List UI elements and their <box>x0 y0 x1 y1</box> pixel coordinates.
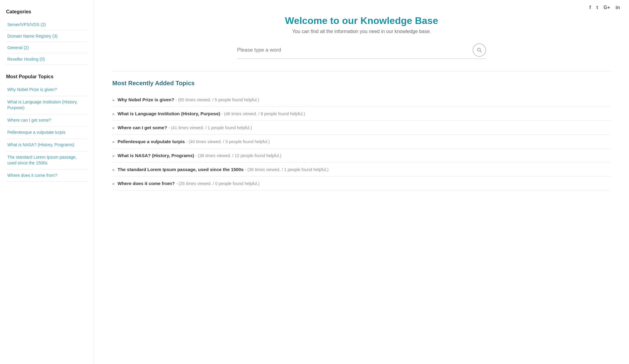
kb-header: Welcome to our Knowledge Base You can fi… <box>112 15 611 34</box>
list-item: Domain Name Registry (3) <box>6 30 88 42</box>
list-item: Reseller Hosting (0) <box>6 53 88 65</box>
popular-topic-link-4[interactable]: What is NASA? (History, Programs) <box>7 142 74 147</box>
search-button[interactable] <box>473 43 486 57</box>
list-item: Pellentesque a vulputate turpis <box>6 126 88 139</box>
chevron-right-icon: » <box>112 98 114 102</box>
popular-topic-link-1[interactable]: What is Language Institution (History, P… <box>7 99 78 110</box>
popular-topic-link-2[interactable]: Where can I get some? <box>7 118 51 123</box>
chevron-right-icon: » <box>112 140 114 144</box>
section-divider <box>112 71 611 71</box>
topic-content: Pellentesque a vulputate turpis - (40 ti… <box>117 139 270 144</box>
categories-list: Server/VPS/VDS (2) Domain Name Registry … <box>6 19 88 65</box>
topic-link-6[interactable]: Where does it come from? <box>117 181 175 186</box>
search-input[interactable] <box>237 46 473 54</box>
table-row: » Where can I get some? - (41 times view… <box>112 121 611 135</box>
topic-list: » Why Nobel Prize is given? - (65 times … <box>112 93 611 190</box>
list-item: General (2) <box>6 42 88 53</box>
list-item: Where can I get some? <box>6 114 88 127</box>
list-item: Why Nobel Prize is given? <box>6 84 88 96</box>
page-title: Welcome to our Knowledge Base <box>112 15 611 26</box>
topic-content: Where can I get some? - (41 times viewed… <box>117 125 252 130</box>
topic-link-2[interactable]: Where can I get some? <box>117 125 167 130</box>
topic-content: What is Language Institution (History, P… <box>117 111 305 116</box>
topic-link-0[interactable]: Why Nobel Prize is given? <box>117 97 174 102</box>
topic-content: What is NASA? (History, Programs) - (36 … <box>117 153 281 158</box>
chevron-right-icon: » <box>112 153 114 158</box>
svg-line-1 <box>480 51 482 52</box>
topic-content: Why Nobel Prize is given? - (65 times vi… <box>117 97 259 102</box>
table-row: » The standard Lorem Ipsum passage, used… <box>112 163 611 177</box>
main-content: f t G+ in Welcome to our Knowledge Base … <box>94 0 629 364</box>
sidebar: Categories Server/VPS/VDS (2) Domain Nam… <box>0 0 94 364</box>
chevron-right-icon: » <box>112 112 114 116</box>
search-container <box>237 43 486 59</box>
category-link-reseller[interactable]: Reseller Hosting (0) <box>7 57 45 62</box>
categories-title: Categories <box>6 9 88 15</box>
category-link-server[interactable]: Server/VPS/VDS (2) <box>7 22 46 27</box>
topic-meta-4: - (36 times viewed. / 12 people found he… <box>195 153 281 158</box>
topic-content: Where does it come from? - (35 times vie… <box>117 181 260 186</box>
page-subtitle: You can find all the information you nee… <box>112 29 611 34</box>
linkedin-icon[interactable]: in <box>616 5 620 10</box>
category-link-domain[interactable]: Domain Name Registry (3) <box>7 34 58 39</box>
chevron-right-icon: » <box>112 181 114 186</box>
svg-point-0 <box>478 48 481 51</box>
category-link-general[interactable]: General (2) <box>7 45 29 50</box>
topic-meta-5: - (36 times viewed. / 1 people found hel… <box>245 167 329 172</box>
table-row: » What is Language Institution (History,… <box>112 107 611 121</box>
table-row: » What is NASA? (History, Programs) - (3… <box>112 149 611 163</box>
topic-link-1[interactable]: What is Language Institution (History, P… <box>117 111 220 116</box>
popular-topics-list: Why Nobel Prize is given? What is Langua… <box>6 84 88 182</box>
list-item: Server/VPS/VDS (2) <box>6 19 88 30</box>
popular-topic-link-3[interactable]: Pellentesque a vulputate turpis <box>7 130 65 135</box>
topic-content: The standard Lorem Ipsum passage, used s… <box>117 167 328 172</box>
page-wrapper: Categories Server/VPS/VDS (2) Domain Nam… <box>0 0 629 364</box>
popular-topic-link-0[interactable]: Why Nobel Prize is given? <box>7 87 57 92</box>
list-item: What is NASA? (History, Programs) <box>6 139 88 151</box>
list-item: Where does it come from? <box>6 170 88 182</box>
topic-link-3[interactable]: Pellentesque a vulputate turpis <box>117 139 185 144</box>
social-bar: f t G+ in <box>589 5 620 10</box>
chevron-right-icon: » <box>112 167 114 172</box>
topics-section-title: Most Recently Added Topics <box>112 80 611 87</box>
table-row: » Where does it come from? - (35 times v… <box>112 177 611 190</box>
topic-link-5[interactable]: The standard Lorem Ipsum passage, used s… <box>117 167 243 172</box>
list-item: What is Language Institution (History, P… <box>6 96 88 114</box>
search-icon <box>477 47 482 53</box>
topic-meta-1: - (46 times viewed. / 8 people found hel… <box>221 111 305 116</box>
topic-meta-6: - (35 times viewed. / 0 people found hel… <box>176 181 260 186</box>
facebook-icon[interactable]: f <box>589 5 591 10</box>
googleplus-icon[interactable]: G+ <box>604 5 610 10</box>
topic-meta-2: - (41 times viewed. / 1 people found hel… <box>168 125 252 130</box>
popular-topics-title: Most Popular Topics <box>6 74 88 79</box>
topic-meta-0: - (65 times viewed. / 5 people found hel… <box>175 97 259 102</box>
topic-meta-3: - (40 times viewed. / 3 people found hel… <box>186 139 270 144</box>
chevron-right-icon: » <box>112 126 114 130</box>
table-row: » Pellentesque a vulputate turpis - (40 … <box>112 135 611 149</box>
popular-topic-link-5[interactable]: The standard Lorem Ipsum passage, used s… <box>7 155 77 166</box>
topic-link-4[interactable]: What is NASA? (History, Programs) <box>117 153 194 158</box>
table-row: » Why Nobel Prize is given? - (65 times … <box>112 93 611 107</box>
list-item: The standard Lorem Ipsum passage, used s… <box>6 151 88 170</box>
twitter-icon[interactable]: t <box>597 5 598 10</box>
popular-topic-link-6[interactable]: Where does it come from? <box>7 173 57 178</box>
